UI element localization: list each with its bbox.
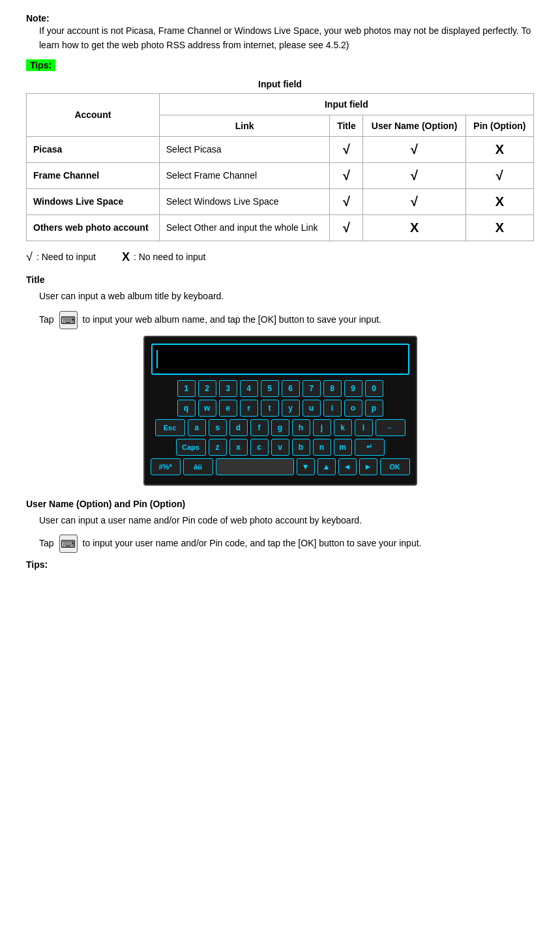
kb-key-kb-row-4-2[interactable]: x — [229, 439, 248, 456]
kb-key-kb-row-2-1[interactable]: w — [198, 400, 216, 417]
cell-pin-3: X — [465, 214, 533, 241]
col-header-link: Link — [159, 115, 330, 136]
cell-title-0: √ — [330, 136, 363, 162]
kb-key-kb-row-2-7[interactable]: i — [323, 400, 342, 417]
kb-key-kb-row-4-8[interactable]: ↵ — [355, 439, 385, 456]
kb-key-kb-row-4-0[interactable]: Caps — [176, 439, 206, 456]
kb-key-kb-row-2-6[interactable]: u — [302, 400, 321, 417]
kb-key-kb-row-5-5[interactable]: ◄ — [338, 458, 357, 475]
kb-key-kb-row-4-1[interactable]: z — [209, 439, 227, 456]
kb-key-kb-row-3-7[interactable]: j — [313, 419, 331, 436]
legend-cross-label: : No need to input — [134, 252, 206, 262]
kb-row-1: 1234567890 — [151, 380, 409, 397]
cell-account-0: Picasa — [27, 136, 160, 162]
kb-key-kb-row-3-3[interactable]: d — [229, 419, 248, 436]
kb-key-kb-row-2-2[interactable]: e — [219, 400, 237, 417]
title-desc: User can input a web album title by keyb… — [39, 289, 534, 304]
kb-key-kb-row-1-9[interactable]: 0 — [365, 380, 383, 397]
kb-key-kb-row-3-6[interactable]: h — [292, 419, 310, 436]
kb-key-kb-row-1-4[interactable]: 5 — [261, 380, 279, 397]
kb-key-kb-row-2-9[interactable]: p — [365, 400, 383, 417]
user-name-desc: User can input a user name and/or Pin co… — [39, 513, 534, 529]
legend-check-symbol: √ — [26, 250, 33, 264]
kb-key-kb-row-4-5[interactable]: b — [292, 439, 310, 456]
title-heading: Title — [26, 274, 534, 285]
kb-key-kb-row-1-0[interactable]: 1 — [177, 380, 196, 397]
kb-key-kb-row-2-5[interactable]: y — [282, 400, 300, 417]
user-name-heading: User Name (Option) and Pin (Option) — [26, 499, 534, 509]
legend-cross: X : No need to input — [122, 250, 206, 264]
table-row: PicasaSelect Picasa√√X — [27, 136, 534, 162]
kb-key-kb-row-1-5[interactable]: 6 — [282, 380, 300, 397]
legend-section: √ : Need to input X : No need to input — [26, 250, 534, 264]
cell-pin-1: √ — [465, 162, 533, 188]
kb-key-kb-row-1-8[interactable]: 9 — [344, 380, 362, 397]
cell-account-3: Others web photo account — [27, 214, 160, 241]
kb-row-2: qwertyuiop — [151, 400, 409, 417]
tips-badge: Tips: — [26, 59, 534, 79]
cell-pin-0: X — [465, 136, 533, 162]
tap-post-username: to input your user name and/or Pin code,… — [83, 536, 422, 552]
user-name-section: User Name (Option) and Pin (Option) User… — [26, 499, 534, 553]
kb-key-kb-row-4-4[interactable]: v — [271, 439, 289, 456]
kb-key-kb-row-3-0[interactable]: Esc — [155, 419, 185, 436]
kb-key-kb-row-4-3[interactable]: c — [250, 439, 269, 456]
kb-key-kb-row-1-3[interactable]: 4 — [240, 380, 258, 397]
kb-key-kb-row-5-0[interactable]: #%* — [151, 458, 181, 475]
kb-key-kb-row-5-2[interactable] — [216, 458, 294, 475]
legend-check-label: : Need to input — [37, 252, 96, 262]
kb-key-kb-row-3-10[interactable]: ← — [376, 419, 405, 436]
kb-key-kb-row-5-7[interactable]: OK — [380, 458, 410, 475]
kb-key-kb-row-1-2[interactable]: 3 — [219, 380, 237, 397]
kb-key-kb-row-2-8[interactable]: o — [344, 400, 362, 417]
kb-key-kb-row-3-9[interactable]: l — [355, 419, 373, 436]
kb-row-3: Escasdfghjkl← — [151, 419, 409, 436]
kb-key-kb-row-3-4[interactable]: f — [250, 419, 269, 436]
kb-key-kb-row-3-1[interactable]: a — [188, 419, 206, 436]
kb-key-kb-row-2-4[interactable]: t — [261, 400, 279, 417]
tap-pre-username: Tap — [39, 536, 54, 552]
tap-line-username: Tap ⌨ to input your user name and/or Pin… — [39, 535, 534, 553]
kb-key-kb-row-5-6[interactable]: ► — [359, 458, 377, 475]
note-text: If your account is not Picasa, Frame Cha… — [39, 23, 534, 53]
cell-link-2: Select Windows Live Space — [159, 188, 330, 214]
kb-key-kb-row-1-6[interactable]: 7 — [302, 380, 321, 397]
cell-link-1: Select Frame Channel — [159, 162, 330, 188]
cell-title-3: √ — [330, 214, 363, 241]
cell-username-3: X — [363, 214, 465, 241]
kb-key-kb-row-5-1[interactable]: áü — [183, 458, 213, 475]
kb-key-kb-row-1-7[interactable]: 8 — [323, 380, 342, 397]
note-label: Note: — [26, 13, 50, 23]
kb-key-kb-row-3-2[interactable]: s — [209, 419, 227, 436]
cell-username-0: √ — [363, 136, 465, 162]
keyboard-icon-username[interactable]: ⌨ — [59, 535, 78, 553]
kb-key-kb-row-5-3[interactable]: ▼ — [297, 458, 315, 475]
cell-link-0: Select Picasa — [159, 136, 330, 162]
kb-key-kb-row-1-1[interactable]: 2 — [198, 380, 216, 397]
cell-link-3: Select Other and input the whole Link — [159, 214, 330, 241]
col-header-account: Account — [27, 93, 160, 136]
cell-username-1: √ — [363, 162, 465, 188]
col-header-input-field: Input field — [159, 93, 533, 115]
cell-pin-2: X — [465, 188, 533, 214]
keyboard-icon-title[interactable]: ⌨ — [59, 311, 78, 329]
tap-pre-title: Tap — [39, 312, 54, 328]
table-row: Frame ChannelSelect Frame Channel√√√ — [27, 162, 534, 188]
title-section: Title User can input a web album title b… — [26, 274, 534, 329]
input-field-title: Input field — [26, 79, 534, 89]
kb-key-kb-row-3-8[interactable]: k — [334, 419, 352, 436]
kb-input-area[interactable] — [151, 344, 409, 375]
kb-key-kb-row-4-6[interactable]: n — [313, 439, 331, 456]
cell-title-2: √ — [330, 188, 363, 214]
legend-cross-symbol: X — [122, 250, 130, 264]
kb-key-kb-row-2-0[interactable]: q — [177, 400, 196, 417]
kb-key-kb-row-3-5[interactable]: g — [271, 419, 289, 436]
tap-line-title: Tap ⌨ to input your web album name, and … — [39, 311, 534, 329]
tips-bottom: Tips: — [26, 559, 534, 570]
cell-account-2: Windows Live Space — [27, 188, 160, 214]
kb-key-kb-row-5-4[interactable]: ▲ — [317, 458, 336, 475]
legend-check: √ : Need to input — [26, 250, 96, 264]
kb-key-kb-row-4-7[interactable]: m — [334, 439, 352, 456]
cell-account-1: Frame Channel — [27, 162, 160, 188]
kb-key-kb-row-2-3[interactable]: r — [240, 400, 258, 417]
